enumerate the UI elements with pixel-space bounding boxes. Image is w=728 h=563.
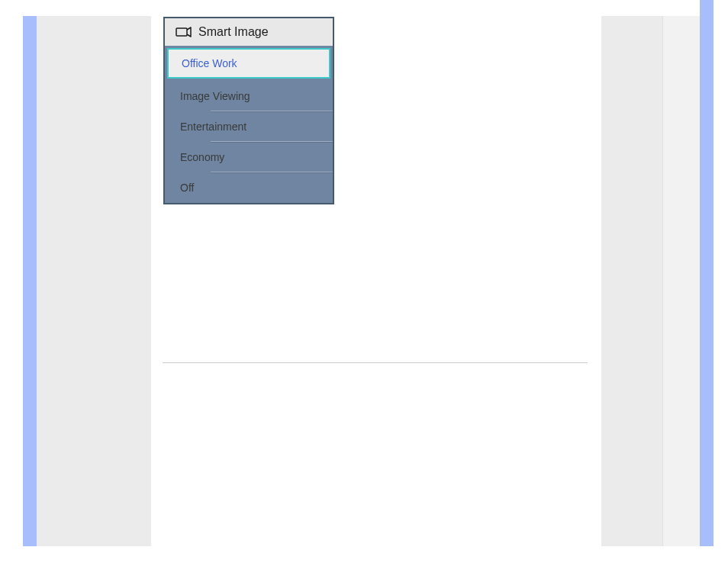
right-blue-bar bbox=[700, 0, 714, 546]
menu-item-off[interactable]: Off bbox=[165, 172, 333, 203]
menu-item-office-work[interactable]: Office Work bbox=[167, 48, 330, 79]
menu-item-label: Entertainment bbox=[180, 121, 246, 133]
menu-item-economy[interactable]: Economy bbox=[165, 142, 333, 172]
menu-item-image-viewing[interactable]: Image Viewing bbox=[165, 81, 333, 111]
horizontal-divider bbox=[163, 362, 588, 363]
right-sidebar-1 bbox=[601, 16, 662, 546]
left-blue-bar bbox=[23, 16, 37, 546]
menu-item-label: Economy bbox=[180, 151, 224, 163]
menu-item-label: Image Viewing bbox=[180, 90, 250, 102]
left-sidebar bbox=[37, 16, 151, 546]
smart-image-icon bbox=[176, 26, 192, 38]
svg-rect-0 bbox=[176, 28, 187, 36]
menu-header: Smart Image bbox=[165, 18, 333, 46]
menu-item-label: Office Work bbox=[182, 57, 237, 69]
smart-image-menu: Smart Image Office Work Image Viewing En… bbox=[163, 17, 334, 204]
menu-title: Smart Image bbox=[198, 25, 269, 39]
menu-item-label: Off bbox=[180, 182, 194, 194]
right-sidebar-2 bbox=[662, 16, 700, 546]
menu-item-entertainment[interactable]: Entertainment bbox=[165, 111, 333, 142]
